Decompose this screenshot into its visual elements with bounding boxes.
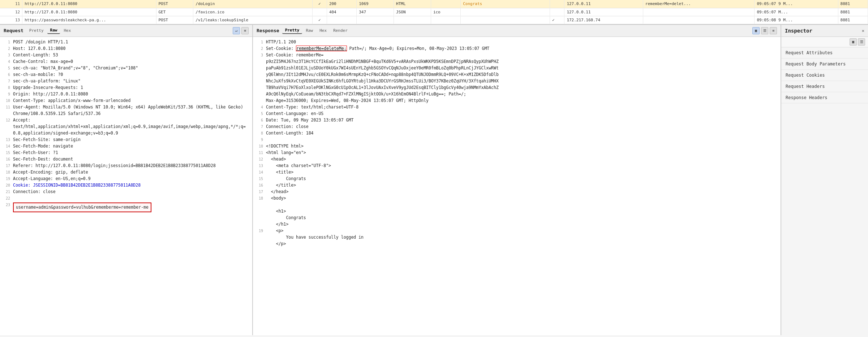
response-content: 1HTTP/1.1 2002Set-Cookie: rememberMe=del… — [253, 37, 781, 335]
request-line: 8Upgrade-Insecure-Requests: 1 — [3, 85, 249, 91]
line-text: <p> — [266, 228, 778, 234]
inspector-close-icon[interactable]: ✕ — [862, 28, 864, 33]
inspector-item-1[interactable]: Request Body Parameters — [781, 59, 868, 70]
response-line: 5Content-Language: en-US — [256, 111, 778, 117]
line-number — [256, 98, 263, 98]
line-number: 7 — [3, 78, 10, 84]
response-line: 15 Congrats — [256, 176, 778, 182]
line-number: 16 — [256, 182, 263, 188]
line-number: 6 — [256, 117, 263, 123]
response-line: You have successfully logged in — [256, 234, 778, 241]
row-info — [461, 16, 550, 24]
response-tab-render[interactable]: Render — [330, 27, 351, 34]
line-text: Date: Tue, 09 May 2023 13:05:07 GMT — [266, 117, 778, 123]
inspector-item-0[interactable]: Request Attributes — [781, 47, 868, 59]
request-line: 13Sec-Fetch-Site: same-origin — [3, 137, 249, 143]
response-line: p9zZI5M4J67nz3T1HcYCCfIkEaGri2liHNDhM1NB… — [256, 59, 778, 65]
response-tab-pretty[interactable]: Pretty — [282, 27, 302, 34]
line-number — [256, 241, 263, 241]
response-line: </h1> — [256, 221, 778, 228]
response-tab-hex[interactable]: Hex — [317, 27, 330, 34]
request-line: 18Accept-Encoding: gzip, deflate — [3, 169, 249, 176]
line-number: 9 — [3, 91, 10, 97]
line-text: Congrats — [266, 215, 778, 221]
cookie-highlight: rememberMe=deleteMe; — [296, 46, 347, 51]
response-tab-bar: Pretty Raw Hex Render — [282, 27, 351, 34]
request-tab-raw[interactable]: Raw — [47, 27, 60, 34]
table-row[interactable]: 11 http://127.0.0.11:8080 POST /doLogin … — [0, 0, 868, 8]
line-number — [256, 234, 263, 235]
response-line: 8Content-Length: 184 — [256, 130, 778, 137]
line-number: 3 — [256, 52, 263, 58]
table-row[interactable]: 12 http://127.0.0.11:8080 GET /favicon.i… — [0, 8, 868, 16]
request-panel-header: Request Pretty Raw Hex ↵ ≡ — [0, 25, 252, 37]
line-number — [3, 111, 10, 111]
row-method: POST — [156, 0, 193, 8]
line-text: Sec-Fetch-Site: same-origin — [13, 137, 249, 143]
request-line: 16Sec-Fetch-Dest: document — [3, 156, 249, 163]
line-text: POST /doLogin HTTP/1.1 — [13, 39, 249, 45]
inspector-item-2[interactable]: Request Cookies — [781, 70, 868, 81]
line-text: A9cQ6lNyEqk/CoEueam/bN3tbCXRqd7+FZXlMNgI… — [266, 91, 778, 97]
line-text: Content-Length: 53 — [13, 52, 249, 58]
line-number: 4 — [256, 104, 263, 110]
row-num: 11 — [0, 0, 22, 8]
line-text: username=admin&password=vulhub&rememberm… — [13, 202, 249, 213]
inspector-item-3[interactable]: Request Headers — [781, 81, 868, 92]
response-icon-list[interactable]: ☰ — [761, 27, 768, 34]
response-icon-grid[interactable]: ▦ — [752, 27, 760, 34]
request-title: Request — [4, 28, 23, 33]
line-number: 1 — [256, 39, 263, 45]
response-line: 19 <p> — [256, 228, 778, 234]
line-text: Accept-Language: en-US,en;q=0.9 — [13, 176, 249, 182]
request-line: 7sec-ch-ua-platform: "Linux" — [3, 78, 249, 85]
request-icon-wrap[interactable]: ↵ — [233, 27, 240, 34]
line-text: Content-Type: text/html;charset=UTF-8 — [266, 104, 778, 110]
row-format: ico — [431, 8, 460, 16]
response-line: Congrats — [256, 215, 778, 221]
inspector-item-4[interactable]: Response Headers — [781, 92, 868, 103]
line-number: 10 — [256, 143, 263, 149]
request-icon-lines[interactable]: ≡ — [241, 27, 249, 34]
line-text: Content-Length: 184 — [266, 130, 778, 136]
line-number: 23 — [3, 202, 10, 208]
row-method: POST — [156, 16, 193, 24]
response-line: 18 <body> — [256, 195, 778, 202]
response-line: 12 <head> — [256, 156, 778, 163]
row-tick2 — [550, 8, 564, 16]
line-text: Chrome/108.0.5359.125 Safari/537.36 — [13, 111, 249, 117]
inspector-icon-2[interactable]: ☰ — [858, 38, 865, 46]
line-number: 8 — [3, 85, 10, 90]
line-number: 11 — [256, 150, 263, 155]
line-number: 20 — [3, 182, 10, 188]
response-title: Response — [257, 28, 279, 33]
request-line: 1POST /doLogin HTTP/1.1 — [3, 39, 249, 46]
row-type — [394, 16, 431, 24]
line-text: text/html,application/xhtml+xml,applicat… — [13, 124, 249, 130]
line-text: <meta charset="UTF-8"> — [266, 163, 778, 169]
inspector-icon-1[interactable]: ▦ — [850, 38, 857, 46]
request-tab-hex[interactable]: Hex — [61, 27, 74, 34]
request-tab-pretty[interactable]: Pretty — [26, 27, 47, 34]
response-line: 7Connection: close — [256, 124, 778, 130]
line-number — [3, 130, 10, 131]
response-icon-lines[interactable]: ≡ — [770, 27, 777, 34]
line-number: 14 — [3, 143, 10, 149]
table-row[interactable]: 13 https://passwordsleakcheck-pa.g... PO… — [0, 16, 868, 24]
row-status — [327, 16, 356, 24]
response-tab-raw[interactable]: Raw — [303, 27, 316, 34]
line-text: Content-Type: application/x-www-form-url… — [13, 98, 249, 104]
request-line: Chrome/108.0.5359.125 Safari/537.36 — [3, 111, 249, 117]
line-number: 10 — [3, 98, 10, 103]
row-time: 09:05:07 M... — [755, 8, 838, 16]
line-number: 3 — [3, 52, 10, 58]
request-content: 1POST /doLogin HTTP/1.12Host: 127.0.0.11… — [0, 37, 252, 335]
row-tick: ✓ — [312, 0, 327, 8]
line-number: 2 — [256, 46, 263, 51]
response-line: 3Set-Cookie: rememberMe= — [256, 52, 778, 59]
line-text: Upgrade-Insecure-Requests: 1 — [13, 85, 249, 91]
line-text: You have successfully logged in — [266, 234, 778, 240]
line-number: 7 — [256, 124, 263, 129]
line-number — [256, 215, 263, 215]
line-text: paPuAb91zshl01EJLjuSDUoY0kUGx7WI4sUEnYLZ… — [266, 65, 778, 71]
